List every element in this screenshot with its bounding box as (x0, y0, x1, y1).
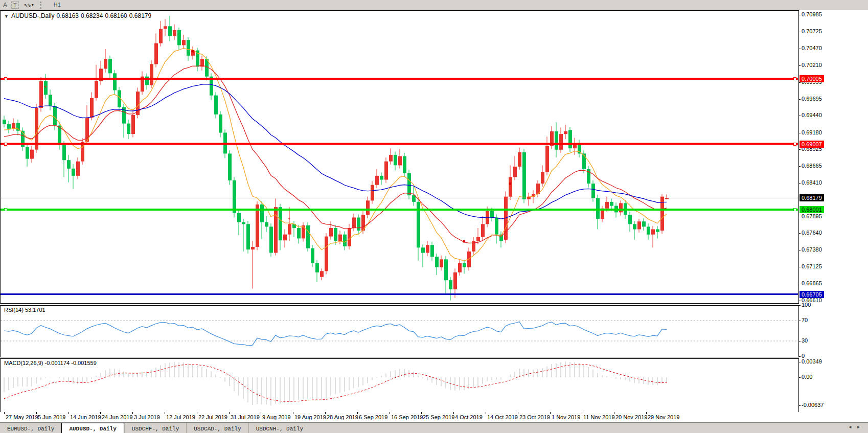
price-axis-tick (798, 49, 801, 49)
date-axis-label: 14 Oct 2019 (487, 414, 518, 420)
price-axis-label: 0.67380 (802, 246, 822, 253)
rsi-label: RSI(14) 53.1701 (4, 307, 45, 313)
price-axis-label: 0.69695 (802, 96, 822, 102)
macd-axis-tick (798, 405, 801, 406)
main-chart-panel[interactable] (0, 10, 799, 304)
price-axis-tick (798, 99, 801, 100)
toolbar: A T ⇖⇘ ▾ M1M5M15M30H1H4D1W1MN (0, 0, 868, 10)
price-axis-tick (798, 183, 801, 184)
macd-panel[interactable] (0, 358, 799, 413)
date-axis-tick (518, 412, 518, 414)
macd-axis-tick (798, 362, 801, 362)
hline-price-tag-0.70005: 0.70005 (800, 75, 824, 82)
macd-axis-label: 0.00 (802, 374, 812, 380)
timeframe-button-h1[interactable]: H1 (48, 1, 66, 8)
date-axis-label: 4 Oct 2019 (455, 414, 483, 420)
price-axis-label: 0.69440 (802, 112, 822, 118)
line-handle[interactable] (4, 143, 7, 146)
date-axis-tick (390, 412, 390, 414)
date-axis-label: 12 Jul 2019 (166, 414, 195, 420)
date-axis-tick (68, 412, 69, 414)
date-axis-label: 27 May 2019 (6, 414, 38, 420)
chart-title: AUDUSD-,Daily (11, 12, 55, 19)
price-axis-tick (798, 32, 801, 32)
price-axis-label: 0.70210 (802, 62, 822, 68)
date-axis-tick (100, 412, 101, 414)
price-axis-label: 0.67125 (802, 263, 822, 269)
price-axis-label: 0.68410 (802, 179, 822, 186)
price-axis-tick (798, 267, 801, 267)
rsi-panel[interactable] (0, 305, 799, 357)
mt4-chart-window: A T ⇖⇘ ▾ M1M5M15M30H1H4D1W1MN +■+■■+ ▼AU… (0, 0, 868, 433)
date-axis-label: 23 Oct 2019 (519, 414, 550, 420)
price-axis-label: 0.70725 (802, 28, 822, 34)
date-axis-label: 28 Aug 2019 (327, 414, 358, 420)
line-handle[interactable] (793, 143, 796, 146)
date-axis-label: 22 Jul 2019 (198, 414, 227, 420)
date-axis-label: 24 Jun 2019 (102, 414, 133, 420)
line-handle[interactable] (793, 77, 796, 80)
date-axis-label: 11 Nov 2019 (583, 414, 615, 420)
price-axis-tick (798, 133, 801, 133)
price-axis-tick (798, 301, 801, 301)
price-axis-label: 0.67895 (802, 213, 822, 219)
date-axis-tick (293, 412, 293, 414)
price-axis-tick (798, 82, 801, 83)
price-axis-label: 0.68665 (802, 163, 822, 169)
price-axis-label: 0.69180 (802, 129, 822, 135)
price-axis-tick (798, 284, 801, 284)
date-axis-label: 9 Aug 2019 (262, 414, 291, 420)
date-axis-label: 29 Nov 2019 (648, 414, 679, 420)
price-axis-label: 0.70985 (802, 11, 822, 17)
chart-tab-usdchf[interactable]: USDCHF-, Daily (124, 423, 186, 433)
chart-header: ▼AUDUSD-,Daily0.681630.682340.681600.681… (4, 12, 153, 19)
chart-tab-eurusd[interactable]: EURUSD-, Daily (0, 423, 61, 433)
rsi-axis-label: 70 (802, 317, 808, 323)
line-handle[interactable] (4, 208, 7, 211)
date-axis-tick (614, 412, 614, 414)
price-axis-tick (798, 233, 801, 234)
date-axis-tick (453, 412, 454, 414)
date-axis-tick (325, 412, 326, 414)
hline-price-tag-0.69007: 0.69007 (800, 141, 824, 148)
date-axis-label: 1 Nov 2019 (552, 414, 580, 420)
rsi-axis-tick (798, 321, 801, 321)
arrows-tool-button[interactable]: ⇖⇘ (24, 3, 31, 8)
rsi-axis-label: 100 (802, 302, 811, 308)
line-handle[interactable] (4, 77, 7, 80)
date-axis-label: 20 Nov 2019 (615, 414, 647, 420)
chart-tab-usdcnh[interactable]: USDCNH-, Daily (248, 423, 310, 433)
date-axis-label: 19 Aug 2019 (294, 414, 326, 420)
date-axis-tick (132, 412, 133, 414)
price-axis-label: 0.70470 (802, 45, 822, 51)
symbol-dropdown-icon[interactable]: ▼ (4, 14, 9, 19)
date-axis-tick (36, 412, 37, 414)
chart-tab-bar: EURUSD-, DailyAUDUSD-, DailyUSDCHF-, Dai… (0, 422, 868, 433)
price-axis-tick (798, 116, 801, 116)
arrows-dropdown-icon[interactable]: ▾ (32, 3, 34, 7)
price-axis-tick (798, 166, 801, 167)
date-axis-label: 25 Sep 2019 (423, 414, 454, 420)
text-tool-button[interactable]: T (11, 2, 19, 9)
price-axis-tick (798, 149, 801, 150)
cursor-tool-button[interactable]: A (3, 2, 7, 9)
toolbar-grip[interactable] (40, 2, 43, 9)
scroll-left-icon[interactable]: ◄ (848, 424, 856, 429)
current-price-tag: 0.68179 (800, 194, 824, 201)
line-handle[interactable] (793, 208, 796, 211)
rsi-axis-label: 30 (802, 337, 808, 344)
chart-tab-usdcad[interactable]: USDCAD-, Daily (186, 423, 248, 433)
date-axis-label: 16 Sep 2019 (391, 414, 423, 420)
rsi-axis-tick (798, 305, 801, 306)
scroll-right-icon[interactable]: ► (856, 424, 865, 429)
hline-price-tag-0.66705: 0.66705 (800, 291, 824, 298)
price-axis-tick (798, 217, 801, 217)
date-axis-label: 5 Jun 2019 (38, 414, 65, 420)
date-axis-label: 14 Jun 2019 (70, 414, 101, 420)
price-axis-tick (798, 250, 801, 250)
price-axis-label: 0.67640 (802, 230, 822, 236)
date-axis-tick (582, 412, 582, 414)
chart-tab-audusd[interactable]: AUDUSD-, Daily (61, 423, 124, 433)
date-axis-label: 31 Jul 2019 (231, 414, 260, 420)
price-axis-tick (798, 65, 801, 66)
